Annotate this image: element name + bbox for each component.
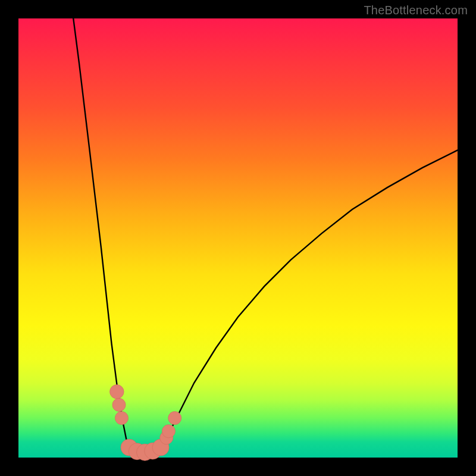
curve-marker — [115, 412, 128, 425]
curve-marker — [112, 398, 126, 411]
chart-frame: TheBottleneck.com — [0, 0, 476, 476]
curve-group — [73, 18, 458, 453]
marker-group — [110, 384, 181, 461]
curve-marker — [110, 384, 124, 399]
watermark-text: TheBottleneck.com — [364, 4, 468, 17]
chart-overlay — [18, 18, 458, 458]
bottleneck-curve — [73, 18, 458, 453]
curve-marker — [168, 412, 181, 425]
curve-marker — [162, 425, 175, 438]
